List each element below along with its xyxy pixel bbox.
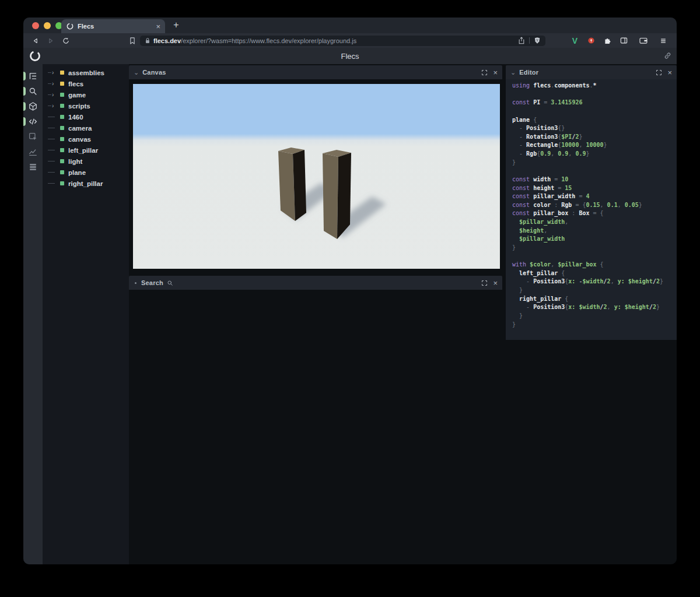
code-line[interactable]: const color : Rgb = {0.15, 0.1, 0.05}	[512, 201, 677, 210]
code-line[interactable]: - Position3{}	[512, 124, 677, 133]
tree-row[interactable]: › 1460	[43, 111, 129, 122]
entity-kind-square-icon	[60, 104, 64, 108]
rail-outline-tree-icon[interactable]	[23, 68, 43, 83]
wallet-icon[interactable]	[638, 35, 649, 46]
tree-row[interactable]: › canvas	[43, 134, 129, 145]
code-line[interactable]: }	[512, 244, 677, 252]
rail-chart-icon[interactable]	[23, 144, 43, 159]
code-line[interactable]: - Rgb{0.9, 0.9, 0.9}	[512, 150, 677, 159]
tab-title: Flecs	[78, 23, 156, 30]
code-line[interactable]: }	[512, 286, 677, 295]
code-line[interactable]: - Position3{x: $width/2, y: $height/2}	[512, 303, 677, 312]
menu-icon[interactable]	[657, 35, 668, 46]
tree-row[interactable]: › light	[43, 156, 129, 167]
code-line[interactable]	[512, 90, 677, 99]
code-line[interactable]: const width = 10	[512, 175, 677, 184]
tab-flecs[interactable]: Flecs ×	[61, 19, 165, 33]
rail-cube-icon[interactable]	[23, 99, 43, 114]
minimize-window-button[interactable]	[44, 22, 51, 29]
code-line[interactable]: $pillar_width,	[512, 218, 677, 227]
tab-close-icon[interactable]: ×	[156, 23, 160, 30]
share-icon[interactable]	[518, 37, 525, 44]
entity-kind-square-icon	[60, 181, 64, 185]
tree-row[interactable]: › left_pillar	[43, 145, 129, 156]
canvas-panel-header[interactable]: ⌄ Canvas ×	[129, 65, 502, 79]
rail-search-icon[interactable]	[23, 83, 43, 99]
tree-row[interactable]: › plane	[43, 167, 129, 178]
entity-kind-square-icon	[60, 71, 64, 75]
code-line[interactable]: }	[512, 321, 677, 329]
tree-expand-chevron-icon[interactable]: ›	[52, 81, 54, 87]
tree-row[interactable]: › flecs	[43, 78, 129, 89]
editor-panel-header[interactable]: ⌄ Editor ×	[506, 65, 677, 79]
extensions-puzzle-icon[interactable]	[602, 35, 613, 46]
back-button[interactable]	[29, 35, 42, 47]
code-line[interactable]	[512, 167, 677, 175]
tree-row-prefix: ›	[48, 92, 60, 98]
entity-kind-square-icon	[60, 126, 64, 130]
code-line[interactable]: const PI = 3.1415926	[512, 99, 677, 107]
chevron-down-icon[interactable]: ⌄	[134, 69, 139, 75]
close-panel-icon[interactable]: ×	[667, 69, 672, 76]
urlbar-right-icons	[518, 37, 541, 44]
tree-expand-chevron-icon[interactable]: ›	[52, 70, 54, 76]
code-line[interactable]: plane {	[512, 116, 677, 125]
search-panel-header[interactable]: Search ×	[129, 276, 502, 290]
code-line[interactable]: - Position3{x: -$width/2, y: $height/2}	[512, 278, 677, 286]
active-indicator	[23, 87, 26, 96]
code-line[interactable]: }	[512, 312, 677, 321]
close-panel-icon[interactable]: ×	[493, 279, 498, 287]
code-line[interactable]: }	[512, 159, 677, 167]
code-line[interactable]: with $color, $pillar_box {	[512, 261, 677, 269]
browser-toolbar: flecs.dev /explorer/?wasm=https://www.fl…	[23, 33, 677, 48]
rail-code-icon[interactable]	[23, 114, 43, 129]
tree-row[interactable]: › right_pillar	[43, 178, 129, 189]
code-line[interactable]	[512, 107, 677, 116]
code-editor[interactable]: using flecs.components.* const PI = 3.14…	[506, 79, 677, 329]
code-line[interactable]: $height,	[512, 227, 677, 236]
tree-dash	[48, 139, 55, 139]
tree-expand-chevron-icon[interactable]: ›	[52, 103, 54, 109]
entity-kind-square-icon	[60, 82, 64, 86]
code-line[interactable]: $pillar_width	[512, 235, 677, 244]
editor-panel-title: Editor	[519, 69, 538, 76]
rail-inspector-icon[interactable]	[23, 129, 43, 144]
code-line[interactable]: left_pillar {	[512, 269, 677, 278]
url-bar[interactable]: flecs.dev /explorer/?wasm=https://www.fl…	[140, 36, 545, 46]
collapsed-dot-icon[interactable]	[135, 282, 136, 284]
tree-row-prefix: ›	[48, 70, 60, 76]
tree-expand-chevron-icon[interactable]: ›	[52, 92, 54, 98]
vue-devtools-icon[interactable]: V	[569, 35, 580, 46]
code-line[interactable]: right_pillar {	[512, 295, 677, 304]
tree-row[interactable]: › camera	[43, 122, 129, 134]
code-line[interactable]: const pillar_box : Box = {	[512, 209, 677, 218]
tree-row[interactable]: › scripts	[43, 100, 129, 111]
code-line[interactable]: using flecs.components.*	[512, 82, 677, 90]
tab-bar: Flecs × +	[23, 17, 677, 33]
tree-row[interactable]: › assemblies	[43, 67, 129, 78]
chevron-down-icon[interactable]: ⌄	[510, 69, 516, 75]
tree-row[interactable]: › game	[43, 89, 129, 100]
rail-rows-icon[interactable]	[23, 159, 43, 174]
tree-row-prefix: ›	[48, 81, 60, 87]
code-line[interactable]: const pillar_width = 4	[512, 192, 677, 201]
entity-label: game	[68, 92, 86, 99]
forward-button[interactable]	[44, 35, 57, 47]
new-tab-button[interactable]: +	[170, 19, 183, 31]
close-window-button[interactable]	[32, 22, 39, 29]
adblock-extension-icon[interactable]	[586, 35, 597, 46]
bookmark-icon[interactable]	[126, 35, 139, 47]
brave-shield-icon[interactable]	[534, 37, 541, 44]
reload-button[interactable]	[60, 35, 72, 47]
code-line[interactable]	[512, 252, 677, 261]
code-line[interactable]: const height = 15	[512, 184, 677, 193]
canvas-3d-viewport[interactable]	[133, 84, 500, 269]
code-line[interactable]: - Rotation3{$PI/2}	[512, 133, 677, 142]
expand-panel-icon[interactable]	[656, 69, 662, 76]
code-line[interactable]: - Rectangle{10000, 10000}	[512, 141, 677, 150]
sidebar-toggle-icon[interactable]	[618, 35, 629, 46]
close-panel-icon[interactable]: ×	[493, 69, 498, 76]
share-link-icon[interactable]	[663, 51, 672, 60]
expand-panel-icon[interactable]	[481, 69, 488, 76]
expand-panel-icon[interactable]	[481, 280, 488, 286]
